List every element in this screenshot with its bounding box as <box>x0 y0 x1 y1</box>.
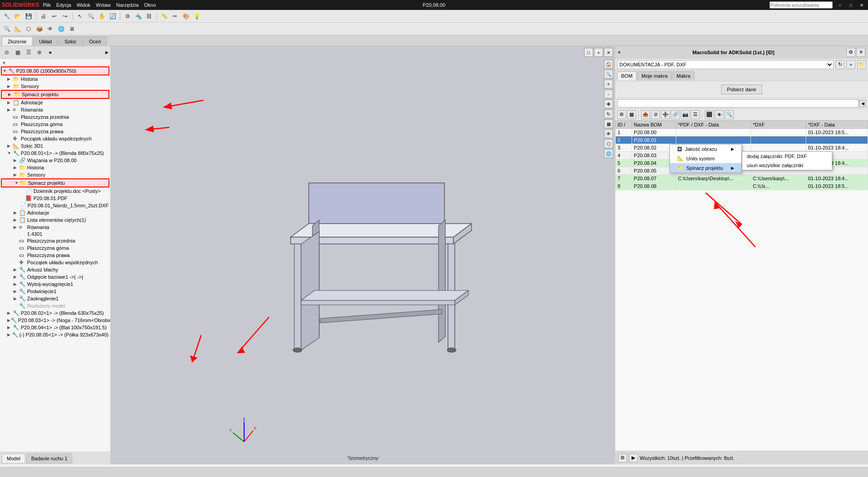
folder-icon[interactable]: 📁 <box>857 60 866 69</box>
tree-item-lista[interactable]: ▶ 📋 Lista elementów ciętych(1) <box>1 216 109 224</box>
tree-item-szkic3d[interactable]: ▶ 📐 Szkic 3D1 <box>1 142 109 150</box>
toolbar-save[interactable]: 💾 <box>24 11 33 21</box>
3d-viewport[interactable]: □ ▪ ✕ 🏠 🔍 + - ✥ ↻ ▦ 👁 ⬡ 🌐 <box>111 46 615 464</box>
rt-table-icon[interactable]: ▦ <box>627 110 636 119</box>
tree-item-spinacz2[interactable]: ▼ 📁 Spinacz projektu <box>1 178 109 187</box>
toolbar-print[interactable]: 🖨 <box>38 11 48 21</box>
tree-item-pdf[interactable]: 📕 P20.08.01.PDF <box>1 195 109 202</box>
minimize-button[interactable]: ─ <box>835 1 844 9</box>
rt-link-icon[interactable]: 🔗 <box>671 110 680 119</box>
panel-settings-icon[interactable]: ⚙ <box>846 48 855 57</box>
tree-item-dziennik[interactable]: 📄 Dziennik projektu.doc <Pusty> <box>1 187 109 195</box>
right-tab-makra[interactable]: Makra <box>673 71 695 80</box>
tree-item-sensory2[interactable]: ▶ 📁 Sensory <box>1 171 109 178</box>
tree-item-historia2[interactable]: ▶ 📁 Historia <box>1 164 109 171</box>
rt-view-icon[interactable]: 👁 <box>715 110 724 119</box>
vp-house-icon[interactable]: 🏠 <box>604 60 613 69</box>
col-header-dxf[interactable]: *DXF <box>751 121 806 129</box>
rt-zoom-icon[interactable]: 🔍 <box>725 110 734 119</box>
tree-item-plasz-gorna2[interactable]: ▭ Płaszczyzna górna <box>1 244 109 252</box>
vp-zoom-in[interactable]: + <box>604 80 613 89</box>
vp-display-icon[interactable]: ⬡ <box>604 139 613 148</box>
menu-narzedzia[interactable]: Narzędzia <box>116 2 139 8</box>
right-tab-moje-makra[interactable]: Moje makra <box>637 71 671 80</box>
tree-item-p20802[interactable]: ▶ 🔧 P20.08.02<1> -> (Blenda 630x75x25) <box>1 309 109 317</box>
toolbar-undo[interactable]: ↩ <box>49 11 59 21</box>
crosshair-icon[interactable]: ⊕ <box>34 47 44 57</box>
tree-item-rownania1[interactable]: ▶ = Równania <box>1 106 109 113</box>
vp-rotate-icon[interactable]: ↻ <box>604 109 613 118</box>
tree-item-plasz-prawa2[interactable]: ▭ Płaszczyzna prawa <box>1 252 109 259</box>
toolbar-redo[interactable]: ↪ <box>60 11 70 21</box>
tree-item-plasz-prawa[interactable]: ▭ Płaszczyzna prawa <box>1 128 109 135</box>
rt-add-icon[interactable]: ➕ <box>661 110 670 119</box>
tree-item-p20803[interactable]: ▶ 🔧 P20.08.03<1> -> (Noga - 716mm<Obrobi… <box>1 317 109 324</box>
tree-item-dxf[interactable]: 📄 P20.08.01_Nierdz_1.5mm_2szt.DXF <box>1 202 109 209</box>
col-header-nazwa[interactable]: Nazwa BOM <box>632 121 676 129</box>
toolbar-mates[interactable]: ⛓ <box>144 11 154 21</box>
toolbar-rotate[interactable]: 🔄 <box>108 11 118 21</box>
ctx-menu-jakos-obrazu[interactable]: 🖼 Jakość obrazu <box>670 145 741 154</box>
rt-filter-icon[interactable]: ⊘ <box>651 110 660 119</box>
vp-close[interactable]: ✕ <box>604 48 613 57</box>
toolbar-section[interactable]: ✂ <box>170 11 180 21</box>
tree-item-zaokraglenie[interactable]: ▶ 🔧 Zaokrąglenie1 <box>1 295 109 302</box>
tree-item-arkusz[interactable]: ▶ 🔧 Arkusz blachy <box>1 266 109 273</box>
vp-zoom-fit[interactable]: □ <box>584 48 593 57</box>
toolbar-select[interactable]: ↖ <box>75 11 85 21</box>
grid-icon[interactable]: ▦ <box>13 47 23 57</box>
sub-menu-usun[interactable]: usuń wszystkie załączniki <box>742 161 832 170</box>
tree-item-podwinienie[interactable]: ▶ 🔧 Podwinięcie1 <box>1 288 109 295</box>
col-header-pdf[interactable]: *PDF / DXF - Data <box>676 121 751 129</box>
toolbar2-display[interactable]: 🖥 <box>67 24 77 34</box>
maximize-button[interactable]: □ <box>846 1 855 9</box>
tree-item-sensory1[interactable]: ▶ 📁 Sensory <box>1 83 109 90</box>
search-input[interactable] <box>769 1 833 9</box>
vp-pan-icon[interactable]: ✥ <box>604 99 613 108</box>
tree-item-poczatek2[interactable]: ✛ Początek układu współrzędnych <box>1 259 109 266</box>
menu-edycja[interactable]: Edycja <box>56 2 71 8</box>
tree-item-plasz-przodnia[interactable]: ▭ Płaszczyzna przednia <box>1 113 109 121</box>
tree-item-historia1[interactable]: ▶ 📁 Historia <box>1 75 109 83</box>
menu-widok[interactable]: Widok <box>76 2 90 8</box>
tree-root[interactable]: ▼ 🔧 P20.08.00 (1000x900x750) <box>1 66 109 75</box>
tree-item-adnotacje2[interactable]: ▶ 📋 Adnotacje <box>1 209 109 216</box>
tab-model[interactable]: Model <box>2 454 25 463</box>
rt-settings-icon[interactable]: ⚙ <box>617 110 626 119</box>
toolbar2-btn5[interactable]: 👁 <box>45 24 55 34</box>
toolbar-measure[interactable]: 📏 <box>159 11 169 21</box>
vp-zoom-out[interactable]: - <box>604 89 613 98</box>
toolbar-rendering[interactable]: 💡 <box>192 11 202 21</box>
right-bottom-settings[interactable]: ⚙ <box>618 454 627 463</box>
bom-search-input[interactable] <box>617 99 859 108</box>
tab-szkic[interactable]: Szkic <box>59 37 82 46</box>
tree-item-adnotacje1[interactable]: ▶ 📋 Adnotacje <box>1 99 109 106</box>
toolbar-appearance[interactable]: 🎨 <box>181 11 191 21</box>
refresh-icon[interactable]: ↻ <box>835 60 844 69</box>
add-icon[interactable]: + <box>846 60 855 69</box>
col-header-id[interactable]: ID / <box>616 121 632 129</box>
tree-item-poczatek[interactable]: ✛ Początek układu współrzędnych <box>1 135 109 142</box>
tab-uklad[interactable]: Układ <box>33 37 58 46</box>
pobierz-dane-button[interactable]: Pobierz dane <box>721 84 762 94</box>
search-arrow-btn[interactable]: ◀ <box>859 100 866 107</box>
vp-view1[interactable]: ▪ <box>594 48 603 57</box>
close-button[interactable]: ✕ <box>857 1 866 9</box>
tab-badanie-ruchu[interactable]: Badanie ruchu 1 <box>26 454 72 463</box>
table-row[interactable]: 1 P20.08.00 01-10-2023 18:5... <box>616 129 868 136</box>
table-row[interactable]: 8 P20.08.08 C:\Us... 01-10-2023 18:5... <box>616 182 868 190</box>
vp-search-icon[interactable]: 🔍 <box>604 70 613 79</box>
tree-item-wiazania[interactable]: ▶ 🔗 Wiązania w P20.08.00 <box>1 157 109 164</box>
tree-item-plasz2[interactable]: ▭ Płaszczyzna przednia <box>1 237 109 244</box>
macro-select[interactable]: DOKUMENTACJA - PDF, DXF <box>617 60 834 69</box>
tree-item-val[interactable]: 1.4301 <box>1 231 109 237</box>
tree-item-odgiecie[interactable]: ▶ 🔧 Odgięcie bazowe1 ->{ ->} <box>1 273 109 281</box>
tree-item-spinacz1[interactable]: ▶ 📁 Spinacz projektu <box>1 90 109 99</box>
tab-ocen[interactable]: Oceń <box>83 37 107 46</box>
rt-list-icon[interactable]: ☰ <box>691 110 700 119</box>
rt-camera-icon[interactable]: 📷 <box>681 110 690 119</box>
toolbar-open[interactable]: 📂 <box>13 11 23 21</box>
tree-item-rozlozony[interactable]: 🔧 Rozłożony model <box>1 302 109 309</box>
ctx-menu-spinacz[interactable]: 📁 Spinacz projektu <box>670 163 741 173</box>
table-row[interactable]: 7 P20.08.07 C:\Users\karp\Desktop\... C:… <box>616 175 868 182</box>
